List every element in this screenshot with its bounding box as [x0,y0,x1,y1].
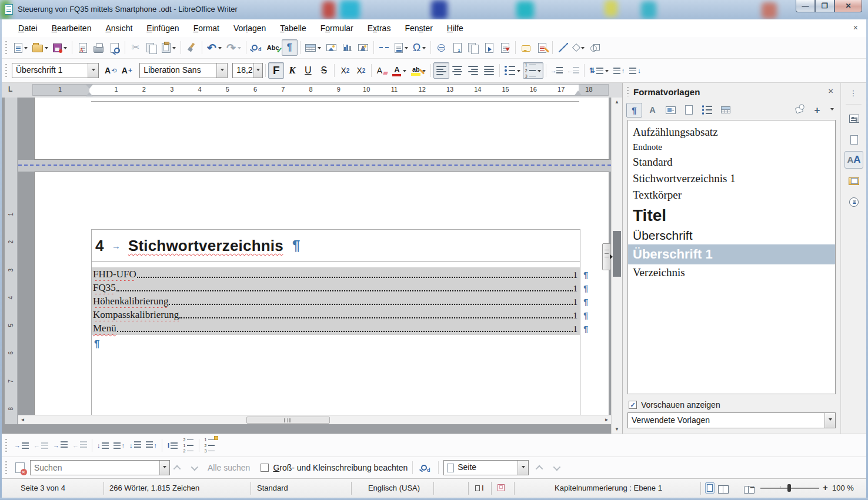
increase-indent-button[interactable]: → [549,62,565,79]
undo-button[interactable]: ↶ [205,39,224,56]
open-button[interactable] [30,39,51,56]
style-item[interactable]: Textkörper [628,187,835,203]
line-spacing-button[interactable]: ⇅ [587,62,611,79]
paragraph-styles-button[interactable]: ¶ [626,103,642,118]
styles-list[interactable]: Aufzählungsabsatz Endnote Standard Stich… [627,120,836,394]
style-item[interactable]: Aufzählungsabsatz [628,124,835,140]
insert-table-button[interactable] [303,39,323,56]
clone-formatting-button[interactable] [183,39,199,56]
menu-item[interactable]: Bearbeiten [45,20,99,36]
scroll-left-button[interactable]: ◄ [18,415,27,424]
horizontal-scrollbar-thumb[interactable] [246,417,330,424]
paragraph-style-combo[interactable]: Überschrift 1 [12,63,99,78]
insert-mode-status[interactable]: I [475,484,484,492]
menu-item[interactable]: Hilfe [440,20,470,36]
zoom-level[interactable]: 100 % [832,484,854,492]
menu-item[interactable]: Datei [11,20,45,36]
styles-actions-button[interactable] [827,103,837,118]
navigate-by-combo[interactable]: Seite [443,460,529,475]
sidebar-tab-navigator[interactable] [844,193,863,211]
bookmark-button[interactable] [481,39,497,56]
index-entry-row[interactable]: Kompasskalibrierung 1 [92,308,580,321]
style-item[interactable]: Überschrift [628,227,835,244]
tab-stop-selector[interactable]: L [8,85,12,93]
chevron-down-icon[interactable] [64,47,67,51]
copy-button[interactable] [143,39,159,56]
font-size-combo[interactable]: 18,2 [232,63,263,78]
move-up-with-subpoints-button[interactable]: ↑ [143,437,160,454]
chevron-down-icon[interactable] [403,70,406,74]
indent-marker-left[interactable] [86,85,93,96]
new-style-button[interactable]: A+ [119,62,135,79]
footnote-button[interactable]: 1 [449,39,465,56]
sidebar-tab-styles[interactable]: AA [844,151,863,169]
chevron-down-icon[interactable] [24,47,28,51]
basic-shapes-button[interactable] [571,39,587,56]
minimize-button[interactable]: — [796,0,815,12]
page-3[interactable]: 4 → Stichwortverzeichnis ¶ FHD-UFO 1 FQ3… [34,172,609,424]
close-find-bar-button[interactable] [12,459,28,476]
horizontal-scrollbar[interactable]: ◄ ► [18,415,611,424]
promote-with-subpoints-button[interactable]: ← [70,437,89,454]
panel-grip[interactable] [627,87,629,96]
page-2-bottom[interactable] [34,98,609,160]
close-button[interactable]: ✕ [834,0,862,12]
zoom-slider[interactable] [760,488,819,489]
formatting-marks-button[interactable]: ¶ [282,39,298,56]
find-next-button[interactable] [186,459,202,476]
save-button[interactable] [51,39,69,56]
menu-item[interactable]: Einfügen [139,20,186,36]
view-single-page-button[interactable] [705,482,715,494]
language-status[interactable]: Englisch (USA) [353,484,435,492]
search-combo[interactable] [30,460,170,475]
maximize-button[interactable]: ❐ [815,0,834,12]
sidebar-tab-gallery[interactable] [844,172,863,190]
page-style-status[interactable]: Standard [257,484,288,492]
new-style-from-selection-button[interactable]: + [809,103,825,118]
scroll-down-button[interactable]: ▼ [612,425,622,434]
toolbar-grip[interactable] [5,64,7,77]
styles-filter-combo[interactable]: Verwendete Vorlagen [627,412,836,428]
close-panel-icon[interactable]: × [828,86,833,96]
chevron-down-icon[interactable] [517,70,520,74]
menu-item[interactable]: Formular [313,20,360,36]
preview-checkbox[interactable]: ✓ [629,401,637,409]
insert-chart-button[interactable] [339,39,355,56]
chevron-down-icon[interactable] [172,47,176,51]
toolbar-grip[interactable] [5,439,7,452]
menu-item[interactable]: Format [186,20,226,36]
show-draw-functions-button[interactable] [587,39,603,56]
align-right-button[interactable] [465,62,481,79]
insert-unnumbered-entry-button[interactable]: I [165,437,181,454]
toolbar-grip[interactable] [5,41,7,54]
vertical-scrollbar[interactable]: ▲ ▼ [611,98,622,434]
align-center-button[interactable] [449,62,465,79]
style-item[interactable]: Standard [628,154,835,170]
export-pdf-button[interactable]: A [75,39,91,56]
scroll-right-button[interactable]: ► [602,415,611,424]
indent-marker-right[interactable] [575,87,582,95]
combo-dropdown-button[interactable] [518,461,528,475]
menu-item[interactable]: Ansicht [98,20,139,36]
track-changes-button[interactable] [534,39,550,56]
navigate-previous-button[interactable] [532,459,548,476]
demote-button[interactable]: → [12,437,31,454]
promote-button[interactable]: ← [31,437,51,454]
insert-line-button[interactable] [555,39,571,56]
font-color-button[interactable]: A [390,62,409,79]
outline-status[interactable]: Kapitelnummerierung : Ebene 1 [516,484,700,492]
move-down-button[interactable]: ↓ [95,437,111,454]
restart-numbering-button[interactable]: 212 [181,437,196,454]
menu-item[interactable]: Vorlagen [226,20,273,36]
menu-item[interactable]: Extras [360,20,398,36]
spotlight-button[interactable] [791,103,807,118]
print-button[interactable] [91,39,106,56]
menu-item[interactable]: Fenster [398,20,439,36]
character-styles-button[interactable]: A [645,103,660,118]
numbered-list-button[interactable]: 123 [523,62,543,79]
style-item-selected[interactable]: Überschrift 1 [628,244,835,264]
decrease-indent-button[interactable]: ← [565,62,582,79]
page-styles-button[interactable] [681,103,697,118]
zoom-in-button[interactable]: + [823,482,828,492]
insert-field-button[interactable] [392,39,410,56]
